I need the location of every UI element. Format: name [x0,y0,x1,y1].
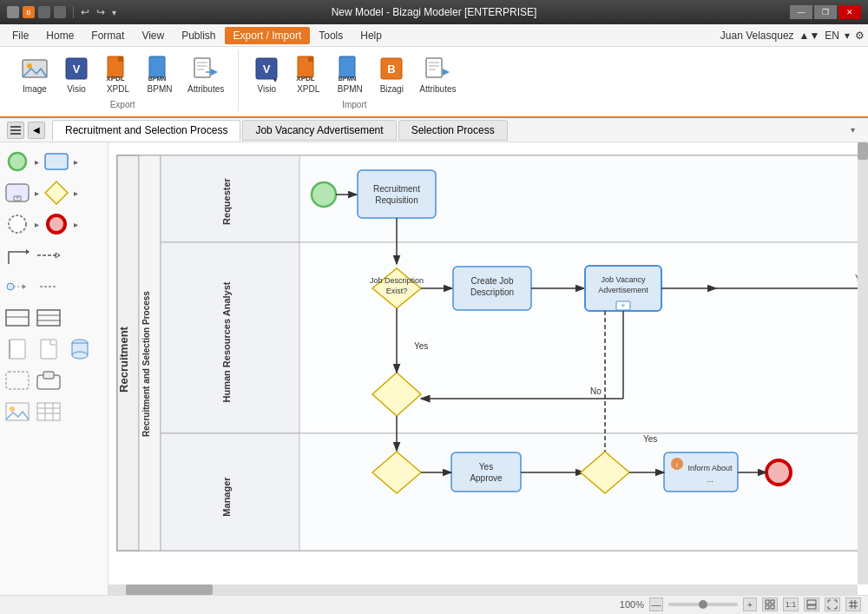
restore-button[interactable]: ❐ [814,5,837,19]
close-button[interactable]: ✕ [838,5,861,19]
tool-gateway[interactable] [43,179,70,207]
svg-text:XPDL: XPDL [297,75,315,83]
fit-page-button[interactable] [762,597,778,611]
svg-rect-64 [37,403,60,420]
svg-rect-0 [23,60,47,77]
ribbon-export-group: Image V Visio [7,50,239,111]
svg-point-41 [48,215,65,233]
lang-chevron[interactable]: ▾ [845,30,850,42]
vertical-scrollbar[interactable] [858,142,868,584]
svg-marker-13 [211,69,218,76]
svg-text:Yes: Yes [479,462,493,472]
tool-end-event[interactable] [43,210,70,238]
visio-import-label: Visio [258,84,277,94]
zoom-slider[interactable] [668,603,738,606]
tool-lane[interactable] [35,304,62,332]
svg-point-45 [7,283,14,290]
settings-icon[interactable]: ⚙ [855,30,865,42]
tool-group[interactable] [3,366,31,394]
menubar: File Home Format View Publish Export / I… [0,24,868,47]
menu-file[interactable]: File [3,27,37,44]
app-icon-4 [54,6,66,18]
tab-overflow-button[interactable]: ▾ [844,122,861,139]
tool-association[interactable] [3,273,31,300]
app-icon-3 [38,6,50,18]
zoom-out-button[interactable]: — [649,597,663,611]
svg-text:Recruitment and Selection Proc: Recruitment and Selection Process [141,291,151,437]
tool-message-flow[interactable] [35,241,62,269]
grid-view-button[interactable] [845,597,861,611]
menu-export-import[interactable]: Export / Import [225,27,311,44]
tool-sequence-flow[interactable] [3,241,31,269]
tab-selection[interactable]: Selection Process [398,120,508,141]
tool-row3-arrow2: ▸ [74,220,78,229]
export-xpdl-button[interactable]: XPDL XPDL [99,52,137,96]
svg-rect-32 [10,129,21,131]
attributes-import-label: Attributes [419,84,456,94]
tool-row-8 [3,366,104,394]
undo-icon[interactable]: ↩ [81,6,93,18]
svg-text:Requisition: Requisition [375,195,418,205]
menu-view[interactable]: View [133,27,173,44]
svg-text:...: ... [707,475,713,484]
menu-help[interactable]: Help [352,27,391,44]
window-title: New Model - Bizagi Modeler [ENTERPRISE] [332,6,537,18]
tool-row3-arrow: ▸ [35,220,39,229]
title-app-icons: B ↩ ↪ ▾ [7,6,116,18]
back-button[interactable]: ◀ [28,122,45,139]
process-list-button[interactable] [7,122,24,139]
view-toggle-button[interactable] [804,597,819,611]
svg-rect-54 [10,340,25,359]
ribbon-import-group: V ▾ Visio XPDL XPDL [239,50,470,111]
import-visio-button[interactable]: V ▾ Visio [247,52,286,96]
tab-vacancy[interactable]: Job Vacancy Advertisement [242,120,396,141]
tool-subprocess[interactable]: + [3,179,31,207]
tool-pool[interactable] [3,304,31,332]
import-bpmn-button[interactable]: BPMN BPMN [331,52,369,96]
menu-home[interactable]: Home [37,27,82,44]
zoom-in-button[interactable]: + [743,597,757,611]
import-group-label: Import [342,96,366,109]
bpmn-import-icon: BPMN [336,55,364,83]
tool-table[interactable] [35,398,62,426]
svg-rect-25 [426,58,442,77]
tool-data-object[interactable] [35,335,62,363]
zoom-thumb[interactable] [699,600,707,609]
fullscreen-button[interactable] [825,597,840,611]
attributes-export-icon [192,55,220,83]
lang-selector[interactable]: EN [825,30,839,42]
svg-rect-49 [6,310,29,326]
import-attributes-button[interactable]: Attributes [414,52,461,96]
zoom-level: 100% [620,599,644,610]
tab-main-process[interactable]: Recruitment and Selection Process [52,120,240,141]
import-xpdl-button[interactable]: XPDL XPDL [289,52,327,96]
more-icon[interactable]: ▾ [112,8,116,17]
menu-tools[interactable]: Tools [310,27,352,44]
import-bizagi-button[interactable]: B Bizagi [372,52,411,96]
menu-format[interactable]: Format [82,27,133,44]
visio-export-label: Visio [67,84,86,94]
export-image-button[interactable]: Image [16,52,54,96]
tool-boundary[interactable] [35,366,62,394]
tool-data-association[interactable] [35,273,62,300]
export-bpmn-button[interactable]: BPMN BPMN [141,52,179,96]
export-attributes-button[interactable]: Attributes [182,52,229,96]
tool-start-event[interactable] [3,148,31,175]
menu-publish[interactable]: Publish [173,27,224,44]
app-icon-1 [7,6,19,18]
svg-rect-59 [6,372,29,389]
tool-text-annotation[interactable] [3,335,31,363]
tool-data-store[interactable] [66,335,94,363]
svg-text:▾: ▾ [273,76,277,83]
horizontal-scrollbar[interactable] [108,584,858,595]
redo-icon[interactable]: ↪ [96,6,108,18]
user-chevron[interactable]: ▲▼ [799,30,820,42]
minimize-button[interactable]: — [790,5,812,19]
svg-text:Recruitment: Recruitment [373,184,420,194]
tool-task[interactable] [43,148,70,175]
zoom-actual-button[interactable]: 1:1 [783,597,799,611]
tool-intermediate-event[interactable] [3,210,31,238]
canvas[interactable]: Recruitment Recruitment and Selection Pr… [108,142,868,595]
tool-image[interactable] [3,398,31,426]
export-visio-button[interactable]: V Visio [57,52,95,96]
